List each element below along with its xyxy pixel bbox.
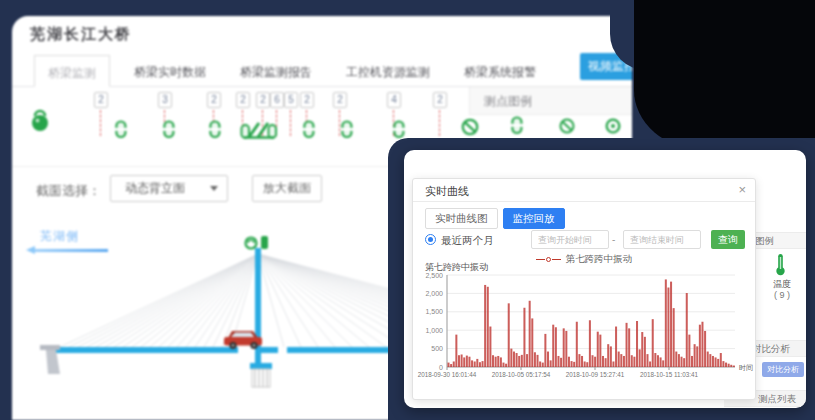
main-tabbar: 桥梁监测桥梁实时数据桥梁监测报告工控机资源监测桥梁系统报警 — [34, 55, 566, 87]
svg-text:1,500: 1,500 — [425, 308, 443, 315]
sensor-count-badge: 2 — [94, 92, 108, 108]
query-end-time-input[interactable] — [623, 230, 701, 249]
sensor-truss-icon[interactable] — [240, 120, 278, 145]
svg-text:1,000: 1,000 — [425, 327, 443, 334]
radio-dot — [428, 237, 433, 242]
main-tab-1[interactable]: 桥梁实时数据 — [130, 55, 210, 87]
sensor-count-badge: 2 — [207, 92, 221, 108]
tower-foundation — [252, 369, 270, 387]
svg-text:2018-09-30 16:01:44: 2018-09-30 16:01:44 — [418, 371, 477, 378]
sensor-dash-line — [439, 110, 440, 136]
left-pier-cap — [40, 345, 60, 350]
main-tab-4[interactable]: 桥梁系统报警 — [460, 55, 540, 87]
dialog-tab-0[interactable]: 实时曲线图 — [425, 208, 498, 229]
left-pier — [46, 350, 60, 374]
sensor-link-icon[interactable] — [340, 120, 354, 143]
query-start-time-input[interactable] — [531, 230, 609, 249]
temperature-count: ( 9 ) — [760, 290, 804, 300]
svg-text:时间: 时间 — [739, 364, 753, 372]
thermometer-icon[interactable] — [775, 253, 786, 280]
page-title: 芜湖长江大桥 — [30, 25, 132, 44]
sensor-dash-line — [290, 110, 291, 136]
sensor-count-badge: 6 — [270, 92, 284, 108]
section-select-label: 截面选择： — [36, 182, 101, 200]
realtime-curve-dialog: 实时曲线 × 实时曲线图监控回放 最近两个月 - 查询 第七跨跨中振动 第七跨跨… — [412, 178, 756, 400]
zoom-section-button[interactable]: 放大截面 — [252, 175, 322, 202]
sensor-count-badge: 4 — [387, 92, 401, 108]
weight-sensor-icon[interactable] — [28, 106, 52, 138]
main-tab-2[interactable]: 桥梁监测报告 — [236, 55, 316, 87]
section-select-value: 动态背立面 — [125, 176, 185, 201]
anemometer-icon — [261, 236, 268, 249]
date-range-separator: - — [612, 234, 615, 245]
legend-series-label: 第七跨跨中振动 — [566, 253, 633, 266]
bridge-deck-center — [255, 347, 278, 353]
svg-text:2,500: 2,500 — [425, 272, 443, 279]
gps-sensor-icon — [246, 238, 257, 249]
sensor-count-badge: 2 — [300, 92, 314, 108]
search-button[interactable]: 查询 — [711, 230, 745, 249]
sensor-count-badge: 2 — [256, 92, 270, 108]
sensor-count-badge: 2 — [433, 92, 447, 108]
legend-link-icon — [510, 116, 524, 139]
legend-no-entry-icon — [558, 117, 576, 139]
vibration-chart: 2,5002,0001,5001,00050002018-09-30 16:01… — [417, 271, 755, 397]
monitor-detail-window: 测点图例 温度 ( 9 ) 对比分析 对比分析 测点列表 实时曲线 × 实时曲线… — [404, 150, 806, 408]
recent-two-months-radio[interactable] — [425, 234, 436, 245]
legend-marker-icon — [546, 257, 551, 262]
legend-ring-icon — [604, 117, 622, 139]
radio-label: 最近两个月 — [441, 234, 494, 248]
legend-line-icon — [536, 259, 545, 261]
black-corner-region — [634, 0, 815, 150]
dialog-tab-1[interactable]: 监控回放 — [503, 208, 565, 229]
main-tab-0[interactable]: 桥梁监测 — [34, 55, 110, 87]
legend-line-icon — [552, 259, 561, 261]
main-tab-3[interactable]: 工控机资源监测 — [342, 55, 434, 87]
section-select[interactable]: 动态背立面 — [110, 175, 228, 202]
compare-analysis-button[interactable]: 对比分析 — [762, 362, 804, 377]
dialog-title: 实时曲线 — [425, 184, 469, 199]
svg-text:2018-10-05 05:17:54: 2018-10-05 05:17:54 — [492, 371, 551, 378]
sensor-count-badge: 3 — [158, 92, 172, 108]
bridge-deck-left — [56, 347, 238, 353]
dialog-tabbar: 实时曲线图监控回放 — [425, 208, 570, 229]
svg-text:2018-10-15 11:03:41: 2018-10-15 11:03:41 — [640, 371, 699, 378]
sensor-count-badge: 5 — [284, 92, 298, 108]
svg-text:2,000: 2,000 — [425, 290, 443, 297]
svg-text:0: 0 — [439, 364, 443, 371]
sensor-link-icon[interactable] — [162, 120, 176, 143]
sensor-link-icon[interactable] — [114, 120, 128, 143]
legend-panel-header: 测点图例 — [469, 87, 632, 115]
sensor-dash-line — [100, 110, 101, 136]
sensor-count-badge: 2 — [333, 92, 347, 108]
tower-base-cap — [250, 363, 272, 369]
sensor-link-icon[interactable] — [208, 120, 222, 143]
sensor-count-badge: 2 — [236, 92, 250, 108]
sensor-link-icon[interactable] — [302, 120, 316, 143]
svg-text:2018-10-09 15:27:41: 2018-10-09 15:27:41 — [566, 371, 625, 378]
svg-text:500: 500 — [431, 345, 443, 352]
close-icon[interactable]: × — [738, 182, 746, 198]
chevron-down-icon — [210, 186, 218, 191]
